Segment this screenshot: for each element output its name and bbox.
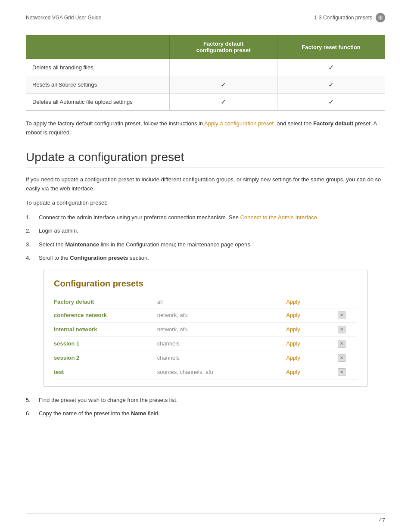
config-delete-cell: ✕: [338, 308, 357, 322]
section-heading: Update a configuration preset: [26, 150, 385, 168]
step-bold: Configuration presets: [70, 255, 128, 261]
step-bold: Maintenance: [65, 241, 99, 248]
config-apply-cell: Apply: [286, 365, 338, 379]
step-number: 2.: [26, 226, 39, 235]
config-delete-cell: ✕: [338, 322, 357, 336]
table-cell-col2: [170, 59, 277, 76]
config-apply-cell: Apply: [286, 322, 338, 336]
config-preset-name: test: [54, 365, 157, 379]
config-preset-groups: channels: [157, 336, 286, 351]
step-after-content: Find the preset you wish to change from …: [39, 395, 385, 404]
table-header-factory-default: Factory defaultconfiguration preset: [170, 35, 277, 59]
step-item: 1.Connect to the admin interface using y…: [26, 213, 385, 222]
config-table-row: session 2channelsApply✕: [54, 351, 357, 365]
header-left: Networked VGA Grid User Guide: [26, 15, 101, 21]
header-section: 1-3 Configuration presets: [314, 15, 372, 21]
footer-bar: 47: [26, 513, 385, 523]
info-svg: i: [377, 15, 383, 21]
svg-text:i: i: [380, 16, 381, 20]
intro-paragraph: To apply the factory default configurati…: [26, 119, 385, 137]
delete-button[interactable]: ✕: [338, 368, 346, 376]
table-cell-label: Deletes all Automatic file upload settin…: [26, 93, 170, 111]
header-bar: Networked VGA Grid User Guide 1-3 Config…: [26, 13, 385, 26]
config-preset-groups: network, afu: [157, 308, 286, 322]
table-header-factory-reset: Factory reset function: [277, 35, 385, 59]
body-para1: If you need to update a configuration pr…: [26, 175, 385, 193]
step-number: 1.: [26, 213, 39, 222]
config-preset-name: internal network: [54, 322, 157, 336]
config-delete-cell: ✕: [338, 336, 357, 351]
step-after-bold: Name: [131, 410, 146, 417]
config-apply-cell: Apply: [286, 296, 338, 308]
config-delete-cell: ✕: [338, 365, 357, 379]
apply-button[interactable]: Apply: [286, 340, 300, 347]
step-item: 3.Select the Maintenance link in the Con…: [26, 240, 385, 249]
apply-button[interactable]: Apply: [286, 299, 300, 305]
config-table-row: session 1channelsApply✕: [54, 336, 357, 351]
table-cell-label: Deletes all branding files: [26, 59, 170, 76]
apply-config-link[interactable]: Apply a configuration preset: [204, 120, 274, 127]
step-item: 4.Scroll to the Configuration presets se…: [26, 253, 385, 262]
table-row: Deletes all branding files✓: [26, 59, 385, 76]
config-preset-groups: all: [157, 296, 286, 308]
step-content: Connect to the admin interface using you…: [39, 213, 385, 222]
step-content: Login as admin.: [39, 226, 385, 235]
config-apply-cell: Apply: [286, 336, 338, 351]
step-after-number: 5.: [26, 395, 39, 404]
step-content: Select the Maintenance link in the Confi…: [39, 240, 385, 249]
table-cell-col3: ✓: [277, 93, 385, 111]
config-preset-name: conference network: [54, 308, 157, 322]
circle-icon: i: [376, 13, 385, 22]
step-number: 3.: [26, 240, 39, 249]
table-header-empty: [26, 35, 170, 59]
steps-list: 1.Connect to the admin interface using y…: [26, 213, 385, 263]
config-table-row: testsources, channels, afuApply✕: [54, 365, 357, 379]
config-delete-cell: ✕: [338, 351, 357, 365]
table-cell-col2: ✓: [170, 93, 277, 111]
step-item: 2.Login as admin.: [26, 226, 385, 235]
apply-button[interactable]: Apply: [286, 355, 300, 361]
config-preset-groups: network, afu: [157, 322, 286, 336]
apply-button[interactable]: Apply: [286, 369, 300, 375]
table-cell-col3: ✓: [277, 76, 385, 93]
config-preset-name: session 1: [54, 336, 157, 351]
config-box-title: Configuration presets: [54, 279, 357, 289]
config-preset-name: Factory default: [54, 296, 157, 308]
step-number: 4.: [26, 253, 39, 262]
header-right: 1-3 Configuration presets i: [314, 13, 385, 22]
step-content: Scroll to the Configuration presets sect…: [39, 253, 385, 262]
config-preset-groups: channels: [157, 351, 286, 365]
config-table-row: conference networknetwork, afuApply✕: [54, 308, 357, 322]
config-apply-cell: Apply: [286, 308, 338, 322]
step-link[interactable]: Connect to the Admin Interface: [240, 214, 318, 221]
delete-button[interactable]: ✕: [338, 340, 346, 348]
config-presets-box: Configuration presets Factory defaultall…: [43, 270, 368, 387]
table-cell-col2: ✓: [170, 76, 277, 93]
page-container: Networked VGA Grid User Guide 1-3 Config…: [0, 0, 411, 532]
config-preset-groups: sources, channels, afu: [157, 365, 286, 379]
delete-button[interactable]: ✕: [338, 354, 346, 362]
config-table-row: Factory defaultallApply: [54, 296, 357, 308]
step-after-item: 6.Copy the name of the preset into the N…: [26, 409, 385, 418]
config-table-row: internal networknetwork, afuApply✕: [54, 322, 357, 336]
delete-button[interactable]: ✕: [338, 326, 346, 333]
step-after-item: 5.Find the preset you wish to change fro…: [26, 395, 385, 404]
table-row: Deletes all Automatic file upload settin…: [26, 93, 385, 111]
step-after-number: 6.: [26, 409, 39, 418]
page-number: 47: [379, 517, 385, 523]
delete-button[interactable]: ✕: [338, 311, 346, 319]
apply-button[interactable]: Apply: [286, 326, 300, 333]
steps-after-list: 5.Find the preset you wish to change fro…: [26, 395, 385, 418]
config-table: Factory defaultallApplyconference networ…: [54, 296, 357, 380]
body-para2: To update a configuration preset:: [26, 198, 385, 207]
comparison-table: Factory defaultconfiguration preset Fact…: [26, 35, 385, 111]
step-after-content: Copy the name of the preset into the Nam…: [39, 409, 385, 418]
apply-button[interactable]: Apply: [286, 312, 300, 318]
table-row: Resets all Source settings✓✓: [26, 76, 385, 93]
table-cell-col3: ✓: [277, 59, 385, 76]
config-preset-name: session 2: [54, 351, 157, 365]
table-cell-label: Resets all Source settings: [26, 76, 170, 93]
config-delete-cell: [338, 296, 357, 308]
config-apply-cell: Apply: [286, 351, 338, 365]
